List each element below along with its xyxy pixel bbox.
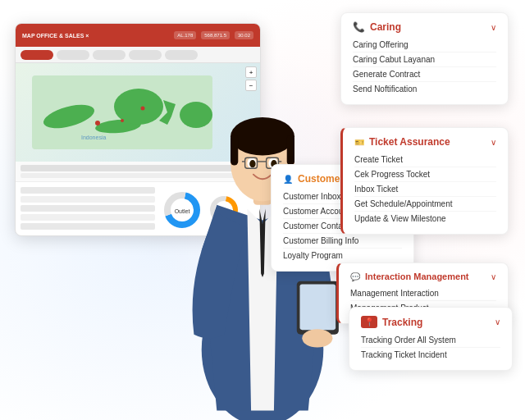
tracking-item-2[interactable]: Tracking Ticket Incident	[361, 348, 500, 362]
customer-item-4[interactable]: Customer Billing Info	[283, 234, 402, 249]
svg-point-6	[95, 121, 100, 126]
interaction-menu-title: Interaction Management	[365, 272, 469, 281]
caring-item-2[interactable]: Caring Cabut Layanan	[353, 52, 496, 67]
data-table	[21, 187, 155, 232]
ticket-menu-header: 🎫 Ticket Assurance ∨	[354, 136, 496, 148]
tracking-chevron-icon[interactable]: ∨	[495, 317, 500, 326]
filter-chip-1[interactable]	[21, 50, 53, 60]
svg-point-7	[121, 119, 124, 122]
svg-point-8	[141, 107, 145, 111]
ticket-item-5[interactable]: Update & View Milestone	[354, 212, 496, 226]
interaction-item-1[interactable]: Management Interaction	[350, 286, 496, 301]
filter-chip-2[interactable]	[57, 50, 89, 60]
svg-point-34	[302, 329, 332, 347]
tracking-menu-card: 📍 Tracking ∨ Tracking Order All System T…	[349, 307, 513, 371]
ticket-menu-card: 🎫 Ticket Assurance ∨ Create Ticket Cek P…	[340, 127, 509, 235]
tracking-title-row: 📍 Tracking	[361, 316, 422, 328]
caring-menu-title: Caring	[370, 21, 401, 33]
caring-menu-header: 📞 Caring ∨	[353, 21, 496, 33]
interaction-title-row: 💬 Interaction Management	[350, 272, 469, 281]
customer-item-5[interactable]: Loyalty Program	[283, 249, 402, 262]
dashboard-title: MAP OFFICE & SALES ×	[22, 33, 169, 39]
svg-rect-21	[231, 135, 238, 165]
ticket-menu-items: Create Ticket Cek Progress Tocket Inbox …	[354, 153, 496, 226]
ticket-menu-title: Ticket Assurance	[369, 136, 450, 148]
ticket-item-2[interactable]: Cek Progress Tocket	[354, 167, 496, 182]
caring-menu-card: 📞 Caring ∨ Caring Offering Caring Cabut …	[340, 12, 509, 105]
tracking-menu-title: Tracking	[382, 317, 422, 328]
ticket-icon: 🎫	[354, 138, 364, 147]
caring-item-4[interactable]: Send Noftification	[353, 82, 496, 96]
svg-point-20	[231, 117, 294, 155]
interaction-menu-header: 💬 Interaction Management ∨	[350, 272, 496, 281]
customer-icon: 👤	[283, 175, 293, 184]
tracking-icon: 📍	[361, 316, 377, 328]
filter-chip-3[interactable]	[93, 50, 126, 60]
caring-chevron-icon[interactable]: ∨	[491, 23, 496, 32]
ticket-item-1[interactable]: Create Ticket	[354, 153, 496, 167]
ticket-chevron-icon[interactable]: ∨	[491, 138, 496, 147]
caring-phone-icon: 📞	[353, 21, 365, 33]
tracking-item-1[interactable]: Tracking Order All System	[361, 333, 500, 348]
svg-rect-22	[287, 135, 294, 165]
svg-rect-33	[300, 284, 336, 330]
ticket-item-3[interactable]: Inbox Ticket	[354, 182, 496, 197]
caring-item-3[interactable]: Generate Contract	[353, 67, 496, 82]
interaction-icon: 💬	[350, 272, 360, 281]
caring-item-1[interactable]: Caring Offering	[353, 38, 496, 52]
svg-text:Indonesia: Indonesia	[81, 135, 106, 140]
ticket-item-4[interactable]: Get Schedule/Appointment	[354, 197, 496, 212]
interaction-chevron-icon[interactable]: ∨	[491, 272, 496, 281]
dashboard-stat-1: AL.178	[174, 31, 196, 39]
tracking-menu-items: Tracking Order All System Tracking Ticke…	[361, 333, 500, 362]
dashboard-stat-3: 30.02	[235, 31, 253, 39]
caring-menu-items: Caring Offering Caring Cabut Layanan Gen…	[353, 38, 496, 96]
tracking-menu-header: 📍 Tracking ∨	[361, 316, 500, 328]
svg-point-25	[249, 160, 255, 167]
dashboard-stat-2: 568,871.5	[201, 31, 230, 39]
ticket-title-row: 🎫 Ticket Assurance	[354, 136, 450, 148]
caring-title-row: 📞 Caring	[353, 21, 401, 33]
